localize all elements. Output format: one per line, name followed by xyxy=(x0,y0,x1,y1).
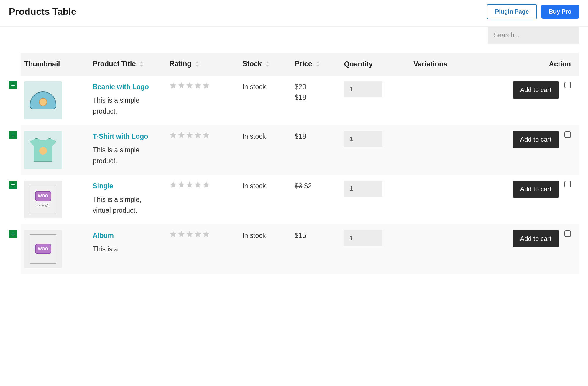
add-to-cart-button[interactable]: Add to cart xyxy=(513,181,559,198)
product-thumbnail: WOO xyxy=(24,230,62,268)
product-thumbnail: WOOthe single xyxy=(24,181,62,218)
sort-icon xyxy=(316,60,320,68)
col-price[interactable]: Price xyxy=(291,53,341,76)
price-original: $3 xyxy=(295,182,303,190)
table-row: WOOAlbumThis is aIn stock$15Add to cart xyxy=(21,224,579,274)
col-action: Action xyxy=(472,53,579,76)
add-to-cart-button[interactable]: Add to cart xyxy=(513,131,559,148)
price: $15 xyxy=(295,232,306,239)
header-buttons: Plugin Page Buy Pro xyxy=(487,4,579,19)
variations-cell xyxy=(410,125,472,175)
add-to-cart-button[interactable]: Add to cart xyxy=(513,230,559,247)
col-variations: Variations xyxy=(410,53,472,76)
rating-stars xyxy=(169,181,235,188)
row-checkbox[interactable] xyxy=(564,82,571,88)
variations-cell xyxy=(410,175,472,224)
price: $18 xyxy=(295,133,306,140)
stock-status: In stock xyxy=(239,175,291,224)
stock-status: In stock xyxy=(239,224,291,274)
quantity-input[interactable] xyxy=(344,131,382,147)
expand-row-button[interactable] xyxy=(9,131,17,139)
row-checkbox[interactable] xyxy=(564,181,571,187)
sort-icon xyxy=(195,60,199,68)
product-description: This is a xyxy=(93,244,152,255)
product-title-link[interactable]: T-Shirt with Logo xyxy=(93,131,148,142)
rating-stars xyxy=(169,230,235,238)
col-title[interactable]: Product Title xyxy=(89,53,166,76)
expand-row-button[interactable] xyxy=(9,230,17,238)
product-description: This is a simple product. xyxy=(93,95,152,117)
page-header: Products Table Plugin Page Buy Pro xyxy=(0,0,588,27)
page-title: Products Table xyxy=(9,6,76,17)
quantity-input[interactable] xyxy=(344,81,382,97)
variations-cell xyxy=(410,76,472,125)
product-description: This is a simple, virtual product. xyxy=(93,194,152,216)
product-thumbnail xyxy=(24,81,62,119)
table-row: WOOthe singleSingleThis is a simple, vir… xyxy=(21,175,579,224)
search-input[interactable] xyxy=(488,27,579,44)
price-original: $20 xyxy=(295,83,306,91)
expand-row-button[interactable] xyxy=(9,81,17,89)
products-table: Thumbnail Product Title Rating Stock xyxy=(21,53,579,274)
stock-status: In stock xyxy=(239,76,291,125)
price: $18 xyxy=(295,92,337,103)
price: $2 xyxy=(304,182,312,190)
product-description: This is a simple product. xyxy=(93,145,152,166)
rating-stars xyxy=(169,81,235,89)
col-rating[interactable]: Rating xyxy=(166,53,239,76)
table-row: T-Shirt with LogoThis is a simple produc… xyxy=(21,125,579,175)
product-title-link[interactable]: Album xyxy=(93,230,114,241)
products-table-wrap: Thumbnail Product Title Rating Stock xyxy=(0,44,588,274)
sort-icon xyxy=(139,60,144,68)
quantity-input[interactable] xyxy=(344,230,382,246)
product-title-link[interactable]: Beanie with Logo xyxy=(93,81,149,92)
search-wrap xyxy=(0,27,588,44)
col-stock[interactable]: Stock xyxy=(239,53,291,76)
rating-stars xyxy=(169,131,235,139)
add-to-cart-button[interactable]: Add to cart xyxy=(513,81,559,99)
buy-pro-button[interactable]: Buy Pro xyxy=(541,5,579,19)
expand-row-button[interactable] xyxy=(9,181,17,189)
col-quantity: Quantity xyxy=(341,53,410,76)
plugin-page-button[interactable]: Plugin Page xyxy=(487,4,537,19)
stock-status: In stock xyxy=(239,125,291,175)
product-title-link[interactable]: Single xyxy=(93,181,113,192)
table-row: Beanie with LogoThis is a simple product… xyxy=(21,76,579,125)
row-checkbox[interactable] xyxy=(564,131,571,138)
quantity-input[interactable] xyxy=(344,181,382,197)
sort-icon xyxy=(265,60,270,68)
row-checkbox[interactable] xyxy=(564,230,571,237)
variations-cell xyxy=(410,224,472,274)
col-thumbnail: Thumbnail xyxy=(21,53,89,76)
product-thumbnail xyxy=(24,131,62,169)
